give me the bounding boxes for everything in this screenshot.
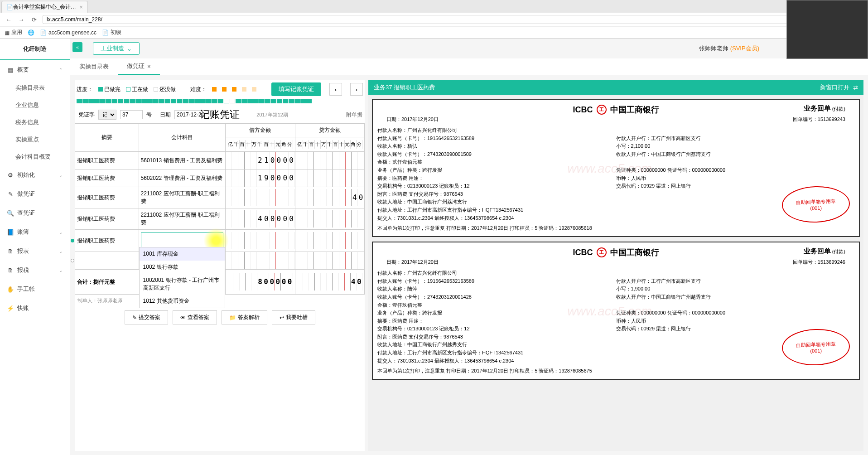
industry-dropdown[interactable]: 工业制造⌄: [93, 42, 140, 55]
debit-cell[interactable]: [226, 230, 295, 252]
receipt-card: www.acc5.com ICBC 工 中国工商银行 业务回单 (付款) 日期：…: [372, 99, 860, 237]
subject-dropdown[interactable]: 1001 库存现金1002 银行存款1002001 银行存款 - 工行广州市高新…: [139, 247, 226, 308]
fill-voucher-button[interactable]: 填写记账凭证: [271, 82, 321, 96]
browser-tab[interactable]: 📄 会计学堂实操中心_会计… ×: [1, 1, 88, 13]
receipt-card: www.acc5.com ICBC 工 中国工商银行 业务回单 (付款) 日期：…: [372, 242, 860, 380]
subject-cell[interactable]: 5602022 管理费用 - 工资及福利费: [139, 169, 226, 187]
close-icon[interactable]: ×: [147, 63, 151, 70]
diff-box: [222, 87, 227, 92]
bookmark-bar: ▦ 应用 🌐 📄 acc5com.gensee.cc 📄 初级: [0, 26, 868, 38]
back-icon[interactable]: ←: [5, 15, 13, 24]
receipt-title: 业务37 报销职工医药费: [374, 83, 435, 92]
credit-cell[interactable]: [295, 208, 364, 230]
swap-icon: ⇄: [853, 84, 858, 91]
tab-shicaomulu[interactable]: 实操目录表: [70, 58, 118, 75]
tab-title: 会计学堂实操中心_会计…: [13, 3, 76, 11]
apps-icon[interactable]: ▦ 应用: [5, 29, 22, 36]
credit-cell[interactable]: [295, 152, 364, 169]
debit-cell[interactable]: 190000: [226, 169, 295, 187]
prev-button[interactable]: ‹: [329, 83, 342, 96]
voucher-panel: 进度： 已做完 正在做 还没做 难度： 填写记账凭证 ‹ › 凭证字 记: [75, 80, 365, 451]
debit-cell[interactable]: 400000: [226, 208, 295, 230]
col-summary: 摘要: [75, 124, 139, 152]
bookmark-item[interactable]: 📄 acc5com.gensee.cc: [40, 29, 96, 36]
sidebar-sub-zhongdian[interactable]: 实操重点: [0, 131, 70, 148]
edit-icon: ✎: [7, 191, 14, 197]
progress-cells[interactable]: [75, 99, 365, 106]
view-answer-button[interactable]: 👁 查看答案: [173, 310, 217, 324]
address-bar: ← → ⟳ lx.acc5.com/main_228/: [0, 13, 868, 26]
dropdown-item[interactable]: 1001 库存现金: [140, 247, 225, 261]
reload-icon[interactable]: ⟳: [30, 15, 38, 24]
total-credit: 40: [297, 273, 362, 290]
book-icon: 📘: [7, 229, 14, 235]
credit-cell[interactable]: [295, 230, 364, 252]
sidebar-item-kuaizhang[interactable]: ⚡快账: [0, 299, 70, 318]
summary-cell[interactable]: 报销职工医药费: [75, 230, 139, 252]
sidebar-item-zhangbu[interactable]: 📘账簿⌄: [0, 223, 70, 242]
tab-zuopingzheng[interactable]: 做凭证×: [118, 58, 160, 75]
dropdown-item[interactable]: 1002 银行存款: [140, 261, 225, 274]
total-debit: 800000: [227, 273, 293, 290]
voucher-number-input[interactable]: [120, 110, 143, 119]
sidebar-sub-shicaomulu[interactable]: 实操目录表: [0, 79, 70, 97]
credit-cell[interactable]: 40: [295, 187, 364, 208]
sidebar-sub-qiyexinxi[interactable]: 企业信息: [0, 97, 70, 114]
main: 工业制造⌄ 张师师老师 (SVIP会员) 实操目录表 做凭证× 进度： 已做完 …: [70, 39, 868, 455]
explain-button[interactable]: 📁 答案解析: [222, 310, 267, 324]
attach-label: 附单据: [346, 111, 362, 119]
video-pip[interactable]: [786, 0, 868, 59]
debit-cell[interactable]: 210000: [226, 152, 295, 169]
subject-cell[interactable]: 1001 库存现金1002 银行存款1002001 银行存款 - 工行广州市高新…: [139, 230, 226, 252]
bookmark-item[interactable]: 🌐: [28, 29, 34, 36]
dropdown-item[interactable]: 1012 其他货币资金: [140, 295, 225, 308]
voucher-period: 2017年第12期: [256, 111, 288, 118]
forward-icon[interactable]: →: [17, 15, 25, 24]
tabs-bar: 实操目录表 做凭证×: [70, 58, 868, 75]
next-button[interactable]: ›: [350, 83, 363, 96]
sidebar-item-baoshui[interactable]: 🗎报税⌄: [0, 261, 70, 280]
voucher-type-select[interactable]: 记: [98, 110, 116, 120]
collapse-sidebar-button[interactable]: «: [72, 42, 82, 52]
feedback-button[interactable]: ↩ 我要吐槽: [272, 310, 315, 324]
close-icon[interactable]: ×: [80, 4, 83, 10]
sidebar-item-baobiao[interactable]: 🗎报表⌄: [0, 242, 70, 261]
receipts-scroll[interactable]: www.acc5.com ICBC 工 中国工商银行 业务回单 (付款) 日期：…: [368, 95, 863, 451]
chevron-down-icon: ⌄: [59, 268, 63, 273]
summary-cell[interactable]: 报销职工医药费: [75, 187, 139, 208]
sidebar-item-chushihua[interactable]: ⚙初始化⌄: [0, 165, 70, 184]
sidebar: 化纤制造 ▦概要⌃ 实操目录表 企业信息 税务信息 实操重点 会计科目概要 ⚙初…: [0, 39, 70, 455]
grid-icon: ▦: [7, 67, 14, 73]
summary-cell[interactable]: 报销职工医药费: [75, 152, 139, 169]
bookmark-item[interactable]: 📄 初级: [102, 29, 121, 36]
submit-button[interactable]: ✎ 提交答案: [125, 310, 168, 324]
subject-cell[interactable]: 5601013 销售费用 - 工资及福利费: [139, 152, 226, 169]
sidebar-sub-kemu[interactable]: 会计科目概要: [0, 148, 70, 165]
summary-cell[interactable]: 报销职工医药费: [75, 169, 139, 187]
chevron-up-icon: ⌃: [59, 68, 63, 73]
button-row: ✎ 提交答案 👁 查看答案 📁 答案解析 ↩ 我要吐槽: [75, 307, 365, 328]
credit-cell[interactable]: [295, 169, 364, 187]
app: 化纤制造 ▦概要⌃ 实操目录表 企业信息 税务信息 实操重点 会计科目概要 ⚙初…: [0, 39, 868, 455]
browser-chrome: 📄 会计学堂实操中心_会计… × ← → ⟳ lx.acc5.com/main_…: [0, 0, 868, 39]
subject-cell[interactable]: 2211002 应付职工薪酬-职工福利费: [139, 187, 226, 208]
subject-input[interactable]: [141, 232, 224, 249]
open-new-window[interactable]: 新窗口打开 ⇄: [820, 83, 858, 92]
sidebar-item-gaiyao[interactable]: ▦概要⌃: [0, 60, 70, 79]
chevron-down-icon: ⌄: [59, 173, 63, 178]
subject-cell[interactable]: 2211002 应付职工薪酬-职工福利费: [139, 208, 226, 230]
sidebar-item-zuopingzheng[interactable]: ✎做凭证: [0, 184, 70, 203]
sidebar-item-shougong[interactable]: ✋手工帐: [0, 280, 70, 299]
sidebar-item-chapingzheng[interactable]: 🔍查凭证: [0, 203, 70, 223]
report-icon: 🗎: [7, 248, 14, 254]
sidebar-title: 化纤制造: [0, 39, 70, 60]
dropdown-item[interactable]: 1002001 银行存款 - 工行广州市高新区支行: [140, 274, 225, 295]
tax-icon: 🗎: [7, 267, 14, 273]
debit-cell[interactable]: [226, 187, 295, 208]
sidebar-sub-shuiwu[interactable]: 税务信息: [0, 114, 70, 131]
icbc-logo-icon: 工: [597, 247, 607, 257]
summary-cell[interactable]: 报销职工医药费: [75, 208, 139, 230]
url-input[interactable]: lx.acc5.com/main_228/: [43, 15, 863, 24]
legend-done: 已做完: [98, 86, 121, 93]
receipt-header: 业务37 报销职工医药费 新窗口打开 ⇄: [368, 80, 863, 95]
